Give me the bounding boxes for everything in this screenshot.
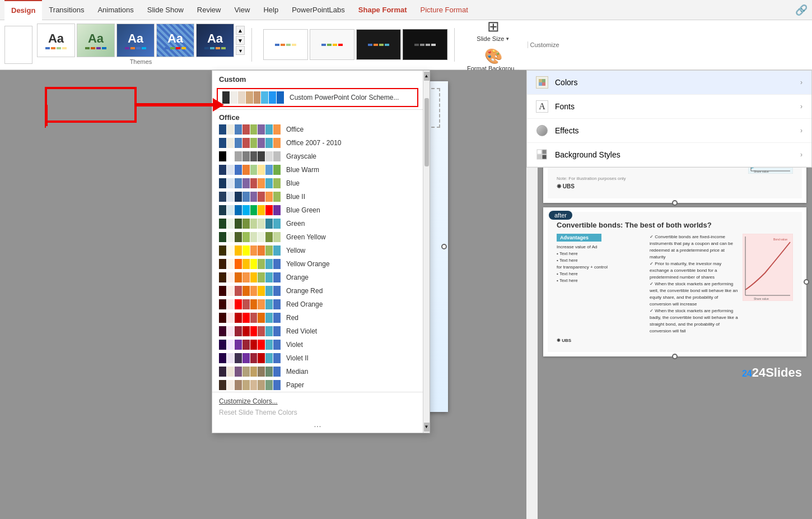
themes-section: Aa Aa [37,24,245,66]
scheme-yellow[interactable]: Yellow [212,244,423,257]
color-scheme-dropdown: Custom Custom PowerPoint Color Scheme...… [212,70,430,433]
scheme-violet[interactable]: Violet [212,338,423,351]
scroll-up-arrow[interactable]: ▲ [236,26,245,35]
theme-swatch-3[interactable]: Aa [116,24,155,57]
scheme-blue-green[interactable]: Blue Green [212,203,423,217]
dropdown-scrollbar[interactable]: ▲ ▼ [423,71,430,433]
scheme-colors-orange-red [219,286,281,296]
scheme-red[interactable]: Red [212,311,423,325]
svg-rect-5 [542,150,547,154]
color-schemes-list[interactable]: Office Office 2007 - 2010 [212,123,423,392]
slide-size-label: Slide Size [477,35,504,42]
scheme-label-blue: Blue [286,179,300,187]
after-label: after [549,211,572,220]
scheme-label-office-2007: Office 2007 - 2010 [286,139,342,147]
scheme-green-yellow[interactable]: Green Yellow [212,230,423,244]
scheme-violet-ii[interactable]: Violet II [212,351,423,365]
share-icon[interactable]: 🔗 [795,4,808,16]
theme-swatch-2[interactable]: Aa [77,24,115,57]
right-swatch-1[interactable] [263,29,308,60]
scrollbar-thumb[interactable] [424,98,429,166]
tab-animations[interactable]: Animations [91,0,140,20]
svg-rect-3 [542,82,545,86]
svg-rect-7 [542,155,547,159]
right-swatch-4[interactable] [403,29,447,60]
scheme-green[interactable]: Green [212,217,423,230]
right-swatch-3[interactable] [356,29,401,60]
office-section-label: Office [212,109,423,123]
tab-shape-format[interactable]: Shape Format [352,0,414,20]
background-styles-panel-item[interactable]: Background Styles › [527,143,811,167]
scroll-more-arrow[interactable]: ▾ [236,46,245,55]
scheme-orange-red[interactable]: Orange Red [212,284,423,298]
colors-panel-chevron: › [800,78,802,86]
slide-size-dropdown-icon: ▼ [505,36,510,41]
customize-section-label: Customize [528,41,559,48]
blank-theme-swatch[interactable] [4,26,32,64]
custom-color-row [222,91,284,104]
after-thumb-handle-bottom[interactable] [672,354,678,359]
scheme-yellow-orange[interactable]: Yellow Orange [212,257,423,271]
scheme-colors-orange [219,272,281,282]
svg-text:Share value: Share value [754,170,769,173]
scheme-colors-blue-ii [219,192,281,202]
tab-powerpointlabs[interactable]: PowerPointLabs [285,0,352,20]
tab-transitions[interactable]: Transitions [42,0,91,20]
fonts-panel-item[interactable]: A Fonts › [527,95,811,119]
after-chart-area: Share value Bond value [743,234,793,335]
scheme-grayscale[interactable]: Grayscale [212,150,423,163]
custom-color-scheme-item[interactable]: Custom PowerPoint Color Scheme... [217,88,418,107]
fonts-panel-chevron: › [800,103,802,110]
scheme-colors-median [219,367,281,377]
scheme-orange[interactable]: Orange [212,271,423,284]
scheme-label-green-yellow: Green Yellow [286,233,326,241]
colors-panel-item[interactable]: Colors › [527,71,811,95]
tab-help[interactable]: Help [256,0,285,20]
scheme-colors-paper [219,380,281,390]
scroll-down-arrow[interactable]: ▼ [236,36,245,45]
scheme-colors-green [219,219,281,229]
theme-scroll-arrows: ▲ ▼ ▾ [236,26,245,55]
scheme-label-red-orange: Red Orange [286,300,323,308]
svg-text:Bond value: Bond value [773,238,787,241]
scheme-label-blue-green: Blue Green [286,206,320,214]
theme-swatch-1[interactable]: Aa [37,24,75,57]
scheme-label-yellow: Yellow [286,247,305,254]
customize-colors-link[interactable]: Customize Colors... [219,396,416,407]
scheme-office-2007[interactable]: Office 2007 - 2010 [212,136,423,150]
scheme-blue[interactable]: Blue [212,177,423,190]
scheme-red-orange[interactable]: Red Orange [212,298,423,311]
tab-slideshow[interactable]: Slide Show [141,0,190,20]
right-swatch-2[interactable] [310,29,354,60]
tab-review[interactable]: Review [190,0,228,20]
after-thumb-handle-right[interactable] [804,279,809,285]
scheme-office[interactable]: Office [212,123,423,136]
svg-text:Share value: Share value [754,297,769,300]
effects-panel-item[interactable]: Effects › [527,119,811,143]
theme-swatch-4[interactable]: Aa [156,24,194,57]
slide-size-button[interactable]: ⊞ Slide Size ▼ [461,16,525,44]
after-slide-thumb[interactable]: after Convertible bonds: The best of bot… [543,207,806,356]
thumb-handle[interactable] [672,200,678,206]
background-styles-panel-icon [536,149,548,161]
scroll-down-btn[interactable]: ▼ [424,423,430,432]
custom-section-label: Custom [212,71,423,86]
tab-design[interactable]: Design [4,0,42,20]
scheme-blue-warm[interactable]: Blue Warm [212,163,423,177]
scheme-red-violet[interactable]: Red Violet [212,325,423,338]
brand-label: 2424Slides [543,361,806,384]
scroll-up-btn[interactable]: ▲ [424,72,430,81]
scheme-median[interactable]: Median [212,365,423,378]
scheme-paper[interactable]: Paper [212,378,423,392]
tab-view[interactable]: View [227,0,256,20]
scheme-colors-violet-ii [219,353,281,363]
svg-rect-4 [537,150,542,154]
scheme-colors-red-violet [219,326,281,336]
right-commands: ⊞ Slide Size ▼ 🎨 Format Backgrou... [461,16,525,74]
theme-swatch-5[interactable]: Aa [196,24,234,57]
background-styles-panel-label: Background Styles [555,150,800,159]
after-slide-left: Advantages Increase value of Ad • Text h… [557,234,645,335]
scheme-blue-ii[interactable]: Blue II [212,190,423,203]
scheme-colors-blue-warm [219,165,281,175]
ribbon-separator-2 [454,28,455,62]
